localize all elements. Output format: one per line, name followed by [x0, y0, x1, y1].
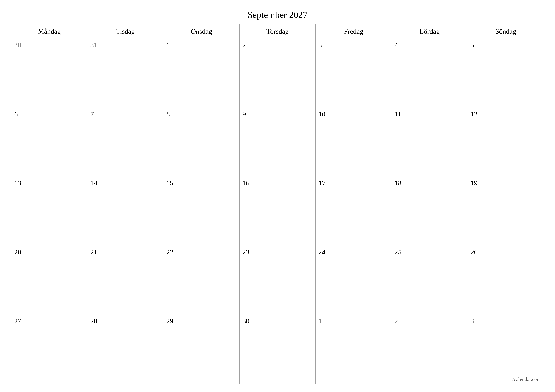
- day-cell: 1: [163, 39, 240, 108]
- day-number: 14: [90, 179, 97, 187]
- day-cell: 2: [240, 39, 316, 108]
- day-number: 2: [394, 317, 398, 325]
- day-cell: 23: [240, 246, 316, 315]
- day-cell: 18: [392, 177, 468, 246]
- day-cell: 29: [163, 315, 240, 384]
- day-number: 28: [90, 317, 97, 325]
- weekday-header: Tisdag: [88, 24, 164, 39]
- day-cell: 13: [11, 177, 88, 246]
- day-cell: 3: [316, 39, 392, 108]
- week-row: 27 28 29 30 1 2 3 7calendar.com: [11, 315, 544, 384]
- day-cell: 27: [11, 315, 88, 384]
- day-cell: 11: [392, 108, 468, 177]
- day-cell: 12: [468, 108, 544, 177]
- weekday-header: Fredag: [316, 24, 392, 39]
- day-number: 2: [242, 41, 246, 49]
- day-number: 11: [394, 110, 401, 118]
- day-number: 26: [470, 248, 477, 256]
- day-number: 19: [470, 179, 477, 187]
- day-cell: 9: [240, 108, 316, 177]
- day-cell: 6: [11, 108, 88, 177]
- day-number: 4: [394, 41, 398, 49]
- day-number: 3: [470, 317, 474, 325]
- day-cell: 30: [11, 39, 88, 108]
- weekday-header: Måndag: [11, 24, 88, 39]
- day-number: 23: [242, 248, 249, 256]
- day-number: 15: [166, 179, 173, 187]
- weekday-header: Onsdag: [163, 24, 240, 39]
- day-number: 5: [470, 41, 474, 49]
- day-number: 31: [90, 41, 97, 49]
- day-cell: 5: [468, 39, 544, 108]
- day-cell: 15: [163, 177, 240, 246]
- day-number: 13: [14, 179, 21, 187]
- weekday-header-row: Måndag Tisdag Onsdag Torsdag Fredag Lörd…: [11, 24, 544, 39]
- day-cell: 28: [88, 315, 164, 384]
- day-cell: 3 7calendar.com: [468, 315, 544, 384]
- day-number: 3: [319, 41, 322, 49]
- day-cell: 30: [240, 315, 316, 384]
- day-number: 12: [470, 110, 477, 118]
- footer-credit: 7calendar.com: [511, 376, 541, 382]
- day-cell: 14: [88, 177, 164, 246]
- day-cell: 16: [240, 177, 316, 246]
- calendar-title: September 2027: [11, 9, 544, 20]
- calendar-grid: Måndag Tisdag Onsdag Torsdag Fredag Lörd…: [11, 24, 544, 384]
- day-cell: 26: [468, 246, 544, 315]
- weekday-header: Lördag: [392, 24, 468, 39]
- week-row: 13 14 15 16 17 18 19: [11, 177, 544, 246]
- day-number: 10: [319, 110, 325, 118]
- day-number: 1: [319, 317, 322, 325]
- day-number: 1: [166, 41, 170, 49]
- day-cell: 19: [468, 177, 544, 246]
- day-number: 25: [394, 248, 402, 256]
- day-cell: 22: [163, 246, 240, 315]
- day-number: 30: [242, 317, 249, 325]
- day-cell: 1: [316, 315, 392, 384]
- day-number: 8: [166, 110, 170, 118]
- day-cell: 24: [316, 246, 392, 315]
- day-cell: 4: [392, 39, 468, 108]
- day-number: 7: [90, 110, 94, 118]
- day-number: 24: [319, 248, 325, 256]
- day-cell: 7: [88, 108, 164, 177]
- day-cell: 20: [11, 246, 88, 315]
- week-row: 20 21 22 23 24 25 26: [11, 246, 544, 315]
- day-number: 29: [166, 317, 173, 325]
- day-number: 18: [394, 179, 402, 187]
- week-row: 30 31 1 2 3 4 5: [11, 39, 544, 108]
- day-number: 9: [242, 110, 246, 118]
- day-cell: 25: [392, 246, 468, 315]
- day-number: 30: [14, 41, 21, 49]
- day-number: 20: [14, 248, 21, 256]
- day-cell: 10: [316, 108, 392, 177]
- day-number: 22: [166, 248, 173, 256]
- day-number: 17: [319, 179, 325, 187]
- day-number: 16: [242, 179, 249, 187]
- day-cell: 2: [392, 315, 468, 384]
- day-number: 27: [14, 317, 21, 325]
- weekday-header: Torsdag: [240, 24, 316, 39]
- week-row: 6 7 8 9 10 11 12: [11, 108, 544, 177]
- weekday-header: Söndag: [468, 24, 544, 39]
- day-cell: 31: [88, 39, 164, 108]
- day-number: 6: [14, 110, 18, 118]
- day-cell: 8: [163, 108, 240, 177]
- day-number: 21: [90, 248, 97, 256]
- day-cell: 21: [88, 246, 164, 315]
- day-cell: 17: [316, 177, 392, 246]
